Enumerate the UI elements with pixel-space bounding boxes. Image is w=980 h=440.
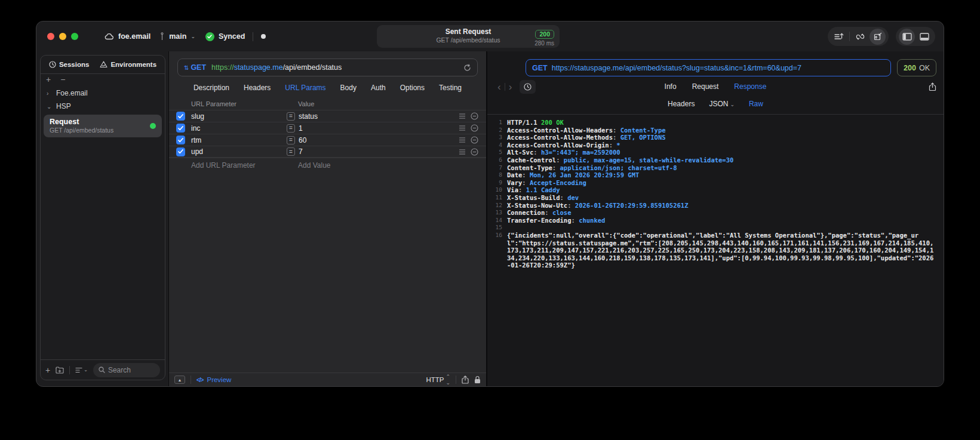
resend-request-icon[interactable] (463, 64, 471, 72)
sidebar-search[interactable] (93, 363, 160, 377)
history-forward-icon[interactable]: › (506, 82, 515, 92)
add-session-button[interactable]: + (46, 76, 51, 82)
tab-body[interactable]: Body (340, 84, 357, 92)
add-item-button[interactable]: + (45, 365, 50, 375)
import-export-icon[interactable] (870, 29, 886, 45)
remove-session-button[interactable]: − (60, 76, 65, 82)
remove-row-icon[interactable] (471, 136, 478, 144)
param-checkbox[interactable] (176, 147, 185, 156)
request-duration: 280 ms (534, 40, 554, 47)
param-name[interactable]: inc (191, 124, 287, 133)
equals-icon: = (287, 136, 295, 144)
request-item-title: Request (50, 118, 156, 126)
sort-list-icon[interactable]: ⌄ (75, 367, 88, 373)
param-checkbox[interactable] (176, 136, 185, 144)
search-input[interactable] (108, 366, 155, 374)
request-list-item[interactable]: Request GET /api/embed/status (44, 115, 162, 137)
tab-request[interactable]: Request (692, 82, 719, 91)
param-value[interactable]: status (299, 112, 459, 121)
table-row[interactable]: upd = 7 (169, 146, 486, 158)
tab-testing[interactable]: Testing (439, 84, 462, 92)
tab-environments[interactable]: Environments (100, 61, 156, 68)
table-row[interactable]: slug = status (169, 110, 486, 122)
param-value[interactable]: 60 (299, 136, 459, 144)
tab-info[interactable]: Info (665, 82, 677, 91)
table-row[interactable]: rtm = 60 (169, 134, 486, 146)
response-status-box: 200 OK (897, 59, 936, 76)
remove-row-icon[interactable] (471, 124, 478, 132)
response-subtabs: Headers JSON⌄ Raw (487, 97, 944, 111)
app-window: foe.email main ⌄ Synced Sent Request GET… (36, 21, 944, 387)
session-tree: › Foe.email ⌄ HSP Request GET /api/embed… (41, 84, 165, 359)
row-actions (459, 124, 486, 132)
request-method[interactable]: GET (191, 63, 206, 72)
tab-response[interactable]: Response (734, 82, 766, 91)
method-selector-icon[interactable]: ⇅ (184, 64, 189, 71)
table-row[interactable]: inc = 1 (169, 122, 486, 134)
project-name[interactable]: foe.email (118, 32, 150, 41)
url-host: statuspage.me (234, 63, 283, 72)
reorder-handle-icon[interactable] (459, 137, 466, 143)
traffic-lights (47, 33, 78, 40)
tree-group-foe-email[interactable]: › Foe.email (41, 87, 165, 100)
tab-auth[interactable]: Auth (371, 84, 386, 92)
remove-row-icon[interactable] (471, 112, 478, 120)
history-clock-icon[interactable] (520, 80, 536, 94)
sent-request-pill[interactable]: Sent Request GET /api/embed/status 200 2… (377, 25, 560, 48)
layout-actions-group (896, 27, 935, 46)
divider (505, 83, 505, 91)
close-window-button[interactable] (47, 33, 54, 40)
param-name[interactable]: upd (191, 147, 287, 156)
sync-status-label[interactable]: Synced (219, 32, 245, 41)
subtab-json[interactable]: JSON⌄ (709, 100, 735, 108)
divider (253, 32, 253, 41)
sidebar-add-remove: + − (41, 73, 165, 84)
remove-row-icon[interactable] (471, 148, 478, 156)
tab-sessions[interactable]: Sessions (49, 61, 90, 68)
new-folder-icon[interactable] (56, 367, 64, 374)
request-url-bar[interactable]: ⇅ GET https://statuspage.me/api/embed/st… (177, 59, 478, 76)
tab-options[interactable]: Options (400, 84, 425, 92)
sent-request-status: 200 280 ms (534, 28, 554, 47)
reorder-handle-icon[interactable] (459, 113, 466, 119)
param-name[interactable]: slug (191, 112, 287, 121)
param-value[interactable]: 7 (299, 147, 459, 156)
reorder-handle-icon[interactable] (459, 149, 466, 155)
subtab-headers[interactable]: Headers (668, 100, 695, 108)
tab-headers[interactable]: Headers (244, 84, 271, 92)
preview-button[interactable]: </> Preview (196, 376, 231, 383)
tree-group-hsp[interactable]: ⌄ HSP (41, 100, 165, 113)
sync-loop-icon[interactable] (852, 29, 868, 45)
response-code[interactable]: 1HTTP/1.1 200 OK2Access-Control-Allow-He… (487, 115, 944, 386)
request-panel-empty-space (169, 171, 486, 373)
reorder-handle-icon[interactable] (459, 125, 466, 131)
add-url-parameter-button[interactable]: Add URL Parameter (191, 161, 256, 170)
history-back-icon[interactable]: ‹ (494, 82, 504, 92)
protocol-selector[interactable]: HTTP ⌃⌄ (426, 374, 450, 386)
param-table-header: URL Parameter Value (169, 98, 486, 110)
add-value-button[interactable]: Add Value (298, 161, 331, 170)
status-dot[interactable] (261, 34, 266, 39)
search-icon (99, 367, 105, 373)
share-icon[interactable] (462, 376, 469, 384)
toggle-bottom-panel-icon[interactable] (916, 29, 932, 45)
subtab-raw[interactable]: Raw (749, 100, 763, 108)
param-name[interactable]: rtm (191, 136, 287, 144)
param-checkbox[interactable] (176, 112, 185, 121)
sent-request-url-box[interactable]: GET https://statuspage.me/api/embed/stat… (526, 59, 891, 76)
request-list-export-icon[interactable] (831, 29, 847, 45)
tab-url-params[interactable]: URL Params (285, 84, 325, 92)
export-response-icon[interactable] (929, 82, 936, 91)
response-status-code: 200 (904, 64, 916, 72)
zoom-window-button[interactable] (71, 33, 78, 40)
chevron-down-icon[interactable]: ⌄ (191, 33, 195, 39)
toggle-left-panel-icon[interactable] (899, 29, 915, 45)
param-checkbox[interactable] (176, 124, 185, 133)
branch-name[interactable]: main (169, 32, 186, 41)
expand-panel-icon[interactable]: ▲ (174, 376, 185, 384)
param-value[interactable]: 1 (299, 124, 459, 133)
lock-icon[interactable] (474, 376, 481, 384)
clock-icon (49, 61, 56, 68)
minimize-window-button[interactable] (59, 33, 66, 40)
tab-description[interactable]: Description (193, 84, 229, 92)
